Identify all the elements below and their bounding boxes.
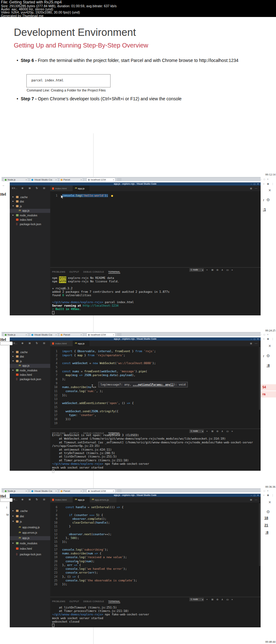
new-terminal-icon[interactable]: + bbox=[206, 430, 208, 433]
file-item[interactable]: index.html bbox=[10, 547, 50, 551]
file-item[interactable]: ▸dist bbox=[10, 355, 50, 359]
collapse-panel-icon[interactable]: ∧ bbox=[221, 598, 223, 601]
gear-icon[interactable]: ⚙ bbox=[266, 509, 270, 514]
tab-close-icon[interactable]: × bbox=[25, 490, 27, 492]
collapse-folders-icon[interactable]: ⊟ bbox=[43, 187, 45, 190]
terminal-selector[interactable]: 1: node▾ bbox=[189, 268, 204, 272]
tab-close-icon[interactable]: × bbox=[55, 333, 57, 336]
file-item[interactable]: ▾js bbox=[10, 204, 50, 208]
kill-terminal-icon[interactable]: ⊖ bbox=[216, 269, 219, 271]
collapse-folders-icon[interactable]: ⊟ bbox=[43, 342, 45, 345]
lightbulb-icon[interactable] bbox=[111, 195, 113, 197]
browser-tab[interactable]: Visual Studio Code× bbox=[30, 489, 58, 493]
close-icon[interactable]: × bbox=[268, 188, 271, 193]
split-terminal-icon[interactable]: ⊞ bbox=[211, 430, 214, 433]
kill-terminal-icon[interactable]: ⊖ bbox=[216, 598, 219, 601]
tab-close-icon[interactable]: × bbox=[113, 333, 114, 336]
panel-tab[interactable]: PROBLEMS bbox=[52, 600, 65, 602]
refresh-explorer-icon[interactable]: ↻ bbox=[36, 187, 38, 190]
new-file-icon[interactable]: ⊕ bbox=[21, 187, 24, 190]
tab-close-icon[interactable]: × bbox=[25, 178, 27, 181]
editor-tab[interactable]: index.html bbox=[50, 497, 73, 502]
tab-close-icon[interactable]: × bbox=[55, 178, 57, 181]
editor-tab[interactable]: JSapp.js bbox=[73, 341, 90, 346]
gear-icon[interactable]: ⚙ bbox=[266, 353, 270, 358]
maximize-panel-icon[interactable]: ▭ bbox=[226, 598, 229, 601]
browser-toolbar-icons[interactable]: ○ ▣ ⋮ bbox=[263, 338, 275, 340]
window-controls[interactable]: ‒ ▢ ✕ bbox=[251, 183, 259, 185]
browser-tab[interactable]: localhost:1234× bbox=[86, 178, 116, 181]
back-arrow-icon[interactable]: ← bbox=[2, 183, 5, 187]
file-item[interactable]: ▸dist bbox=[10, 514, 50, 519]
new-file-icon[interactable]: ⊕ bbox=[21, 342, 24, 345]
file-item[interactable]: ▸.cache bbox=[10, 509, 50, 513]
file-item[interactable]: ▸dist bbox=[10, 200, 50, 204]
terminal-selector[interactable]: 1: node▾ bbox=[189, 598, 204, 601]
file-item[interactable]: JSapp.js bbox=[10, 209, 50, 213]
file-item[interactable]: index.html bbox=[10, 373, 50, 377]
new-file-icon[interactable]: ⊕ bbox=[21, 498, 24, 501]
browser-tab[interactable]: localhost:1234× bbox=[86, 333, 116, 336]
browser-tab[interactable]: Parcel× bbox=[59, 178, 83, 181]
browser-tab[interactable]: localhost:1234× bbox=[86, 489, 116, 493]
file-item[interactable]: ▸node_modules bbox=[10, 369, 50, 373]
refresh-explorer-icon[interactable]: ↻ bbox=[36, 342, 38, 345]
file-item[interactable]: {}package-lock.json bbox=[10, 377, 50, 381]
close-panel-icon[interactable]: × bbox=[231, 430, 233, 433]
link-fragment[interactable]: :1 bbox=[263, 208, 266, 211]
close-panel-icon[interactable]: × bbox=[231, 269, 233, 271]
new-terminal-icon[interactable]: + bbox=[206, 598, 208, 601]
panel-tab[interactable]: TERMINAL bbox=[108, 271, 121, 274]
panel-tab[interactable]: PROBLEMS bbox=[52, 271, 65, 273]
window-controls-fragment[interactable]: ‒ ▢ ✕ bbox=[261, 178, 269, 180]
close-panel-icon[interactable]: × bbox=[231, 598, 233, 601]
file-item[interactable]: ▸.cache bbox=[10, 195, 50, 199]
browser-tab[interactable]: Parcel× bbox=[59, 489, 83, 493]
file-item[interactable]: {}package-lock.json bbox=[10, 222, 50, 226]
browser-tab[interactable]: Node.js× bbox=[3, 178, 28, 181]
window-controls-fragment[interactable]: ‒ ▢ ✕ bbox=[261, 490, 269, 492]
browser-tab[interactable]: Node.js× bbox=[3, 333, 28, 336]
split-terminal-icon[interactable]: ⊞ bbox=[211, 598, 214, 601]
file-item[interactable]: ▸node_modules bbox=[10, 214, 50, 218]
file-item[interactable]: JSapp.js bbox=[10, 536, 50, 540]
editor-tab[interactable]: JSapp.errors.js bbox=[90, 497, 117, 502]
window-controls[interactable]: ‒ ▢ ✕ bbox=[251, 494, 259, 496]
tab-close-icon[interactable]: × bbox=[80, 490, 82, 492]
panel-tab[interactable]: TERMINAL bbox=[108, 600, 121, 603]
file-item[interactable]: ▾js bbox=[10, 359, 50, 364]
close-icon[interactable]: × bbox=[268, 343, 271, 348]
panel-tab[interactable]: OUTPUT bbox=[69, 600, 79, 602]
maximize-panel-icon[interactable]: ▭ bbox=[226, 430, 229, 433]
file-item[interactable]: index.html bbox=[10, 218, 50, 222]
tab-close-icon[interactable]: × bbox=[113, 178, 114, 181]
panel-tab[interactable]: DEBUG CONSOLE bbox=[83, 271, 104, 273]
browser-tab[interactable]: Visual Studio Code× bbox=[30, 178, 58, 181]
editor-tab[interactable]: JSapp.js bbox=[73, 497, 90, 502]
browser-toolbar-icons[interactable]: ○ ▣ ⋮ bbox=[263, 183, 275, 185]
editor-scrollbar[interactable] bbox=[259, 347, 260, 410]
tab-close-icon[interactable]: × bbox=[80, 178, 82, 181]
panel-tab[interactable]: OUTPUT bbox=[69, 271, 79, 273]
window-controls[interactable]: ‒ ▢ ✕ bbox=[251, 338, 259, 340]
file-item[interactable]: ▸node_modules bbox=[10, 541, 50, 546]
browser-tab[interactable]: Visual Studio Code× bbox=[30, 333, 58, 336]
tab-close-icon[interactable]: × bbox=[80, 333, 82, 336]
file-item[interactable]: JSapp.errors.js bbox=[10, 531, 50, 535]
tab-close-icon[interactable]: × bbox=[113, 490, 114, 492]
tab-close-icon[interactable]: × bbox=[55, 490, 57, 492]
panel-tab[interactable]: DEBUG CONSOLE bbox=[83, 600, 104, 602]
browser-tab[interactable]: Node.js× bbox=[3, 489, 28, 493]
new-tab-button[interactable] bbox=[117, 178, 122, 181]
maximize-panel-icon[interactable]: ▭ bbox=[226, 269, 229, 271]
collapse-folders-icon[interactable]: ⊟ bbox=[43, 498, 45, 501]
terminal-selector[interactable]: 1: node▾ bbox=[189, 430, 204, 433]
new-tab-button[interactable] bbox=[117, 489, 122, 492]
new-folder-icon[interactable]: ⊞ bbox=[29, 498, 31, 501]
browser-tab[interactable]: Parcel× bbox=[59, 333, 83, 336]
split-terminal-icon[interactable]: ⊞ bbox=[211, 269, 214, 271]
collapse-panel-icon[interactable]: ∧ bbox=[221, 269, 223, 271]
close-icon[interactable]: × bbox=[268, 500, 271, 505]
file-item[interactable]: JSapp.js bbox=[10, 364, 50, 368]
file-item[interactable]: {}package-lock.json bbox=[10, 552, 50, 557]
